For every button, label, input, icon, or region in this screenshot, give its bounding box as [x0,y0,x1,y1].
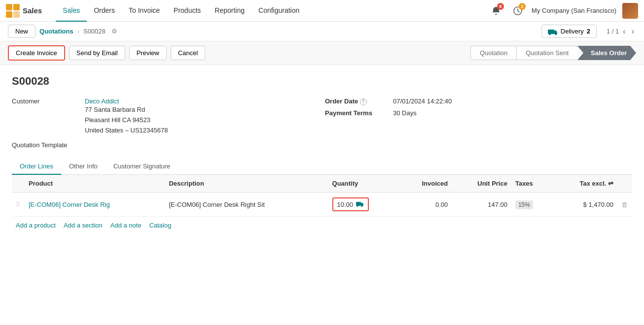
payment-terms-row: Payment Terms 30 Days [325,109,632,117]
nav-item-configuration[interactable]: Configuration [251,0,306,22]
nav-item-reporting[interactable]: Reporting [208,0,251,22]
col-taxes: Taxes [511,175,552,193]
add-product-link[interactable]: Add a product [16,222,56,229]
col-drag [12,175,25,193]
customer-address2: Pleasant Hill CA 94523 [85,115,168,126]
nav-item-to-invoice[interactable]: To Invoice [122,0,167,22]
step-quotation-sent[interactable]: Quotation Sent [516,46,577,60]
col-tax-excl: Tax excl. ⇌ [552,175,617,193]
row-tax-excl: $ 1,470.00 [552,193,617,217]
quantity-unit-icon [356,200,364,208]
breadcrumb-separator: › [77,28,79,35]
adjust-cols-icon[interactable]: ⇌ [608,180,613,187]
svg-rect-5 [548,30,554,34]
col-actions [617,175,632,193]
order-number: S00028 [12,75,632,88]
row-product: [E-COM06] Corner Desk Rig [25,193,165,217]
new-button[interactable]: New [8,25,36,38]
next-button[interactable]: › [630,26,636,37]
clock-button[interactable]: 2 [510,3,526,19]
svg-rect-1 [13,4,20,10]
col-quantity: Quantity [328,175,399,193]
prev-button[interactable]: ‹ [621,26,627,37]
app-logo[interactable]: Sales [6,4,52,18]
company-name[interactable]: My Company (San Francisco) [532,7,616,14]
col-description: Description [165,175,328,193]
main-content: S00028 Customer Deco Addict 77 Santa Bar… [0,65,644,321]
customer-address3: United States – US12345678 [85,126,168,136]
product-name[interactable]: [E-COM06] Corner Desk Rig [29,201,110,208]
customer-value: Deco Addict 77 Santa Barbara Rd Pleasant… [85,98,168,135]
table-row: ⠿ [E-COM06] Corner Desk Rig [E-COM06] Co… [12,193,632,217]
order-date-row: Order Date ? 07/01/2024 14:22:40 [325,98,632,105]
send-by-email-button[interactable]: Send by Email [69,46,125,60]
payment-terms-label: Payment Terms [325,109,389,117]
col-product: Product [25,175,165,193]
create-invoice-button[interactable]: Create Invoice [8,45,65,61]
quantity-value: 10.00 [337,201,354,208]
customer-label: Customer [12,98,81,105]
quotation-template-row: Quotation Template [12,141,319,149]
pagination: 1 / 1 ‹ › [607,26,636,37]
preview-button[interactable]: Preview [129,46,167,60]
tax-badge[interactable]: 15% [515,200,533,209]
customer-field-row: Customer Deco Addict 77 Santa Barbara Rd… [12,98,319,135]
pagination-text: 1 / 1 [607,28,619,35]
tab-other-info[interactable]: Other Info [61,159,106,175]
row-invoiced: 0.00 [398,193,452,217]
notification-badge: 8 [497,3,504,10]
top-nav: Sales Sales Orders To Invoice Products R… [0,0,644,22]
tab-order-lines[interactable]: Order Lines [12,159,61,175]
customer-section: Customer Deco Addict 77 Santa Barbara Rd… [12,98,319,149]
order-form: Customer Deco Addict 77 Santa Barbara Rd… [12,98,632,149]
unit-icon [356,201,364,207]
nav-right: 8 2 My Company (San Francisco) [488,3,638,19]
order-date-value: 07/01/2024 14:22:40 [393,98,452,105]
user-avatar[interactable] [622,3,638,19]
clock-badge: 2 [519,3,526,10]
action-bar: Create Invoice Send by Email Preview Can… [0,41,644,65]
add-links: Add a product Add a section Add a note C… [12,217,632,234]
step-sales-order[interactable]: Sales Order [577,46,636,60]
order-date-label: Order Date ? [325,98,389,105]
customer-name[interactable]: Deco Addict [85,98,168,105]
notifications-button[interactable]: 8 [488,3,504,19]
row-description-text: [E-COM06] Corner Desk Right Sit [169,201,324,208]
step-quotation[interactable]: Quotation [470,46,516,60]
logo-icon [6,4,20,18]
nav-item-products[interactable]: Products [167,0,208,22]
delete-row-icon[interactable]: 🗑 [621,201,628,208]
svg-rect-2 [6,11,12,18]
status-steps: Quotation Quotation Sent Sales Order [470,46,636,60]
row-description: [E-COM06] Corner Desk Right Sit [165,193,328,217]
row-taxes: 15% [511,193,552,217]
row-delete: 🗑 [617,193,632,217]
cancel-button[interactable]: Cancel [171,46,205,60]
app-name: Sales [23,6,42,15]
payment-terms-value: 30 Days [393,109,417,117]
nav-item-orders[interactable]: Orders [87,0,122,22]
add-section-link[interactable]: Add a section [64,222,103,229]
delivery-truck-icon [548,28,558,35]
delivery-button[interactable]: Delivery 2 [541,25,597,38]
breadcrumb-current: S00028 [83,28,106,35]
row-unit-price: 147.00 [452,193,511,217]
delivery-count: 2 [587,28,590,35]
tab-customer-signature[interactable]: Customer Signature [106,159,179,175]
col-invoiced: Invoiced [398,175,452,193]
order-tabs: Order Lines Other Info Customer Signatur… [12,159,632,175]
quantity-cell[interactable]: 10.00 [332,197,369,211]
order-details-section: Order Date ? 07/01/2024 14:22:40 Payment… [325,98,632,149]
order-date-help[interactable]: ? [360,98,367,105]
nav-item-sales[interactable]: Sales [56,0,87,22]
catalog-link[interactable]: Catalog [149,222,172,229]
settings-icon[interactable]: ⚙ [111,28,117,35]
svg-rect-0 [6,4,12,10]
page-wrapper: Sales Sales Orders To Invoice Products R… [0,0,644,325]
row-drag[interactable]: ⠿ [12,193,25,217]
breadcrumb-bar: New Quotations › S00028 ⚙ Delivery 2 1 /… [0,22,644,41]
breadcrumb-parent[interactable]: Quotations [39,28,73,35]
add-note-link[interactable]: Add a note [110,222,142,229]
drag-handle-icon[interactable]: ⠿ [16,201,21,208]
quotation-template-label: Quotation Template [12,141,68,149]
